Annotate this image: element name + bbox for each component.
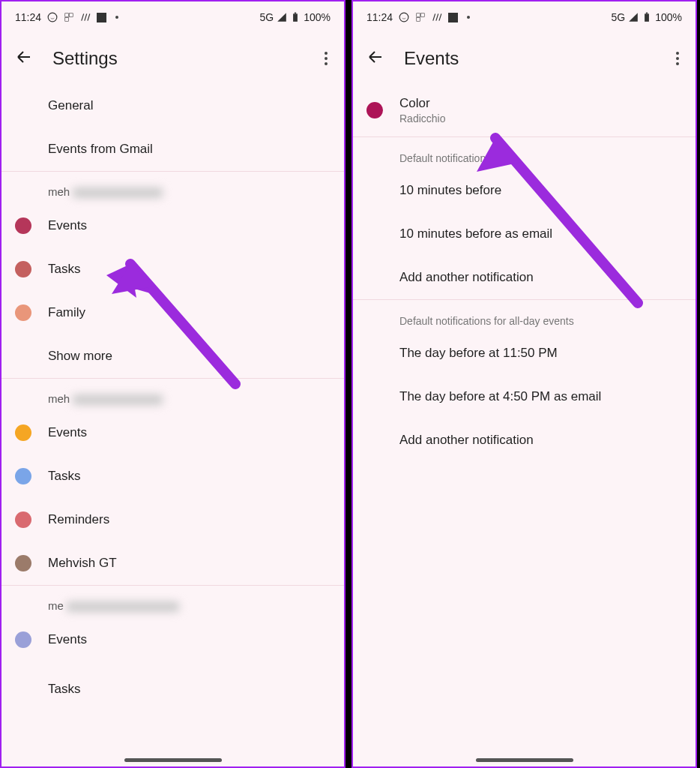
network-label: 5G bbox=[612, 11, 626, 23]
back-icon[interactable] bbox=[366, 48, 384, 69]
network-label: 5G bbox=[260, 11, 274, 23]
status-time: 11:24 bbox=[15, 11, 41, 23]
settings-screen: 11:24 5G 100% Settings General Events bbox=[0, 0, 346, 768]
page-title: Settings bbox=[52, 48, 302, 69]
notification-row[interactable]: 10 minutes before bbox=[353, 169, 696, 212]
allday-notifications-section: Default notifications for all-day events… bbox=[353, 300, 696, 462]
battery-icon bbox=[290, 12, 301, 22]
status-more-dot bbox=[115, 16, 118, 19]
color-section: Color Radicchio bbox=[353, 84, 696, 137]
stripe-icon bbox=[432, 12, 442, 22]
color-dot-icon bbox=[15, 512, 31, 528]
tasks-label: Tasks bbox=[48, 262, 80, 277]
show-more-label: Show more bbox=[48, 349, 112, 364]
notification-text: 10 minutes before bbox=[399, 183, 501, 198]
color-row[interactable]: Color Radicchio bbox=[353, 84, 696, 136]
battery-icon bbox=[642, 12, 652, 22]
svg-rect-3 bbox=[65, 18, 69, 22]
general-section: General Events from Gmail bbox=[1, 84, 344, 172]
notification-row[interactable]: 10 minutes before as email bbox=[353, 212, 696, 256]
square-icon bbox=[448, 13, 458, 22]
color-dot-icon bbox=[15, 468, 31, 484]
account2-section: meh Events Tasks Reminders Mehvish GT bbox=[1, 379, 344, 586]
notification-text: 10 minutes before as email bbox=[399, 226, 552, 242]
events-settings-screen: 11:24 5G 100% Events Color Radicchio bbox=[351, 0, 697, 768]
account1-family-row[interactable]: Family bbox=[1, 291, 344, 334]
events-label: Events bbox=[48, 632, 87, 647]
account2-events-row[interactable]: Events bbox=[1, 411, 344, 454]
section-header: Default notifications for all-day events bbox=[353, 300, 696, 332]
stripe-icon bbox=[80, 12, 91, 22]
svg-rect-1 bbox=[65, 14, 69, 17]
status-time: 11:24 bbox=[366, 11, 393, 23]
add-notification-row[interactable]: Add another notification bbox=[353, 418, 696, 462]
svg-rect-4 bbox=[293, 14, 298, 21]
color-dot-icon bbox=[366, 102, 383, 118]
account1-tasks-row[interactable]: Tasks bbox=[1, 248, 344, 291]
more-icon[interactable] bbox=[673, 49, 682, 68]
app-bar: Settings bbox=[1, 28, 344, 84]
events-gmail-label: Events from Gmail bbox=[48, 142, 153, 157]
account1-events-row[interactable]: Events bbox=[1, 204, 344, 248]
reminders-label: Reminders bbox=[48, 512, 109, 527]
general-label: General bbox=[48, 98, 93, 113]
color-dot-icon bbox=[15, 304, 31, 321]
home-indicator[interactable] bbox=[124, 758, 222, 762]
svg-rect-7 bbox=[417, 14, 420, 17]
home-indicator[interactable] bbox=[476, 758, 573, 762]
family-label: Family bbox=[48, 305, 85, 320]
add-notification-label: Add another notification bbox=[399, 270, 534, 285]
add-notification-row[interactable]: Add another notification bbox=[353, 256, 696, 299]
account1-section: meh Events Tasks Family Show more bbox=[1, 172, 344, 379]
color-value: Radicchio bbox=[399, 112, 445, 124]
battery-percent: 100% bbox=[304, 11, 331, 23]
notification-text: The day before at 11:50 PM bbox=[399, 346, 558, 361]
svg-point-6 bbox=[399, 13, 408, 22]
redacted bbox=[67, 602, 179, 612]
account1-email: meh bbox=[1, 172, 344, 204]
more-icon[interactable] bbox=[322, 49, 331, 68]
svg-rect-2 bbox=[70, 14, 73, 17]
battery-percent: 100% bbox=[655, 11, 682, 23]
svg-rect-8 bbox=[421, 14, 425, 17]
back-icon[interactable] bbox=[15, 48, 33, 69]
signal-icon bbox=[628, 12, 639, 22]
events-from-gmail-row[interactable]: Events from Gmail bbox=[1, 128, 344, 171]
events-label: Events bbox=[48, 218, 87, 233]
notification-row[interactable]: The day before at 11:50 PM bbox=[353, 332, 696, 375]
svg-rect-11 bbox=[646, 13, 648, 14]
general-row[interactable]: General bbox=[1, 84, 344, 128]
svg-point-0 bbox=[48, 13, 57, 22]
app-icon bbox=[415, 12, 426, 22]
svg-rect-9 bbox=[417, 18, 420, 22]
notification-row[interactable]: The day before at 4:50 PM as email bbox=[353, 375, 696, 418]
status-bar: 11:24 5G 100% bbox=[353, 2, 696, 28]
show-more-row[interactable]: Show more bbox=[1, 334, 344, 378]
account2-custom-row[interactable]: Mehvish GT bbox=[1, 542, 344, 585]
whatsapp-icon bbox=[399, 12, 409, 22]
app-bar: Events bbox=[353, 28, 696, 84]
tasks-label: Tasks bbox=[48, 469, 80, 484]
section-header: Default notifications bbox=[353, 137, 696, 169]
account3-email: me bbox=[1, 586, 344, 618]
account2-email: meh bbox=[1, 379, 344, 411]
whatsapp-icon bbox=[47, 12, 58, 22]
status-more-dot bbox=[467, 16, 470, 19]
color-label: Color bbox=[399, 96, 445, 111]
svg-rect-5 bbox=[295, 13, 296, 14]
color-dot-icon bbox=[15, 218, 31, 234]
account2-tasks-row[interactable]: Tasks bbox=[1, 454, 344, 498]
svg-rect-10 bbox=[645, 14, 649, 21]
color-dot-icon bbox=[15, 424, 31, 441]
square-icon bbox=[97, 13, 106, 22]
account3-tasks-row[interactable]: Tasks bbox=[1, 662, 344, 705]
account2-reminders-row[interactable]: Reminders bbox=[1, 498, 344, 542]
events-label: Events bbox=[48, 425, 87, 440]
color-dot-icon bbox=[15, 555, 31, 572]
account3-section: me Events Tasks bbox=[1, 586, 344, 705]
color-dot-icon bbox=[15, 632, 31, 648]
status-bar: 11:24 5G 100% bbox=[1, 2, 344, 28]
default-notifications-section: Default notifications 10 minutes before … bbox=[353, 137, 696, 300]
account3-events-row[interactable]: Events bbox=[1, 618, 344, 662]
redacted bbox=[73, 188, 163, 198]
